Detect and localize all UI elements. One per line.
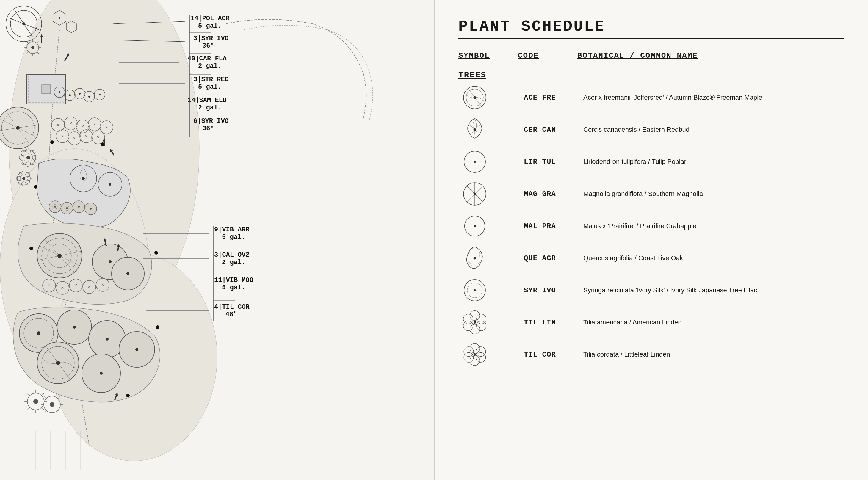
svg-text:×: × xyxy=(48,283,50,288)
svg-point-235 xyxy=(476,352,486,362)
svg-text:3|STR REG: 3|STR REG xyxy=(193,76,229,83)
svg-point-239 xyxy=(473,353,476,356)
svg-text:×: × xyxy=(61,285,64,290)
landscape-plan: .plan-line { stroke: #333; stroke-width:… xyxy=(0,0,434,480)
code-mag-gra: MAG GRA xyxy=(518,190,578,198)
svg-rect-23 xyxy=(42,85,51,94)
svg-point-74 xyxy=(34,185,37,189)
svg-point-25 xyxy=(59,91,60,93)
svg-point-238 xyxy=(464,347,473,357)
svg-text:×: × xyxy=(73,136,75,141)
svg-text:48": 48" xyxy=(225,311,237,318)
name-til-cor: Tilia cordata / Littleleaf Linden xyxy=(578,351,844,358)
svg-point-225 xyxy=(473,289,476,291)
code-syr-ivo: SYR IVO xyxy=(518,286,578,294)
code-til-lin: TIL LIN xyxy=(518,319,578,326)
plant-row-ace-fre: ACE FRE Acer x freemanii 'Jeffersred' / … xyxy=(458,84,844,111)
symbol-ace-fre xyxy=(458,84,491,111)
svg-text:×: × xyxy=(81,124,84,129)
code-cer-can: CER CAN xyxy=(518,126,578,134)
svg-point-103 xyxy=(108,260,112,263)
svg-text:11|VIB MOO: 11|VIB MOO xyxy=(214,277,253,284)
svg-text:×: × xyxy=(93,122,96,127)
name-mag-gra: Magnolia grandiflora / Southern Magnolia xyxy=(578,190,844,198)
svg-point-124 xyxy=(105,338,108,341)
svg-point-82 xyxy=(78,206,80,207)
svg-text:5 gal.: 5 gal. xyxy=(198,83,222,91)
header-botanical: BOTANICAL / COMMON NAME xyxy=(578,51,844,60)
svg-point-129 xyxy=(100,372,103,375)
svg-point-222 xyxy=(473,257,476,260)
svg-point-39 xyxy=(16,126,20,130)
svg-point-131 xyxy=(135,348,138,351)
code-til-cor: TIL COR xyxy=(518,351,578,359)
symbol-mag-gra xyxy=(458,181,491,207)
svg-text:2 gal.: 2 gal. xyxy=(198,62,222,70)
svg-line-138 xyxy=(28,408,30,410)
svg-point-234 xyxy=(476,347,486,357)
svg-point-210 xyxy=(473,96,476,99)
svg-text:2 gal.: 2 gal. xyxy=(198,104,222,111)
svg-point-228 xyxy=(476,321,486,331)
svg-text:×: × xyxy=(101,282,104,287)
symbol-mal-pra xyxy=(458,213,491,239)
plant-row-mal-pra: MAL PRA Malus x 'Prairifire' / Prairifir… xyxy=(458,213,844,239)
svg-line-148 xyxy=(44,410,46,413)
svg-text:40|CAR FLA: 40|CAR FLA xyxy=(187,55,227,62)
svg-point-84 xyxy=(90,208,92,210)
svg-point-219 xyxy=(473,193,476,195)
svg-line-150 xyxy=(44,396,46,398)
svg-point-73 xyxy=(50,140,54,144)
svg-line-140 xyxy=(28,393,30,395)
svg-text:×: × xyxy=(61,133,64,138)
svg-text:5 gal.: 5 gal. xyxy=(222,233,245,241)
code-ace-fre: ACE FRE xyxy=(518,94,578,102)
svg-point-213 xyxy=(473,161,476,163)
schedule-header: SYMBOL CODE BOTANICAL / COMMON NAME xyxy=(458,51,844,65)
svg-point-29 xyxy=(79,93,81,95)
svg-point-122 xyxy=(73,326,76,329)
svg-point-236 xyxy=(470,356,480,365)
svg-point-77 xyxy=(54,206,56,207)
svg-text:36": 36" xyxy=(202,42,214,50)
svg-point-101 xyxy=(57,254,62,258)
svg-text:9|VIB ARR: 9|VIB ARR xyxy=(214,226,250,233)
symbol-que-agr xyxy=(458,245,491,271)
svg-point-31 xyxy=(88,96,90,98)
schedule-title: PLANT SCHEDULE xyxy=(458,18,844,39)
svg-point-232 xyxy=(473,321,476,324)
svg-point-237 xyxy=(464,352,473,362)
svg-point-67 xyxy=(27,156,30,159)
svg-point-9 xyxy=(59,17,60,19)
svg-text:×: × xyxy=(97,135,99,140)
name-syr-ivo: Syringa reticulata 'Ivory Silk' / Ivory … xyxy=(578,286,844,294)
svg-text:×: × xyxy=(57,122,59,127)
svg-point-94 xyxy=(22,177,25,180)
code-que-agr: QUE AGR xyxy=(518,254,578,262)
symbol-til-cor xyxy=(458,341,491,368)
svg-line-134 xyxy=(42,393,44,395)
symbol-lir-tul xyxy=(458,149,491,175)
svg-point-80 xyxy=(66,207,68,209)
plant-row-cer-can: CER CAN Cercis canadensis / Eastern Redb… xyxy=(458,116,844,143)
trees-section-label: TREES xyxy=(458,70,844,80)
svg-point-153 xyxy=(126,394,130,397)
plant-row-que-agr: QUE AGR Quercus agrifolia / Coast Live O… xyxy=(458,245,844,271)
svg-point-211 xyxy=(473,128,476,131)
symbol-cer-can xyxy=(458,116,491,143)
name-cer-can: Cercis canadensis / Eastern Redbud xyxy=(578,126,844,133)
svg-point-233 xyxy=(470,344,480,353)
svg-point-106 xyxy=(29,247,33,250)
svg-point-27 xyxy=(69,94,71,96)
symbol-til-lin xyxy=(458,309,491,336)
svg-point-141 xyxy=(33,399,38,404)
name-que-agr: Quercus agrifolia / Coast Live Oak xyxy=(578,254,844,262)
svg-text:3|CAL OV2: 3|CAL OV2 xyxy=(214,251,250,259)
svg-text:3|SYR IVO: 3|SYR IVO xyxy=(193,35,229,42)
svg-text:14|POL ACR: 14|POL ACR xyxy=(190,15,230,22)
svg-point-20 xyxy=(31,46,34,49)
name-til-lin: Tilia americana / American Linden xyxy=(578,319,844,326)
svg-point-72 xyxy=(101,142,104,146)
plant-row-til-lin: TIL LIN Tilia americana / American Linde… xyxy=(458,309,844,336)
svg-text:5 gal.: 5 gal. xyxy=(222,284,245,291)
